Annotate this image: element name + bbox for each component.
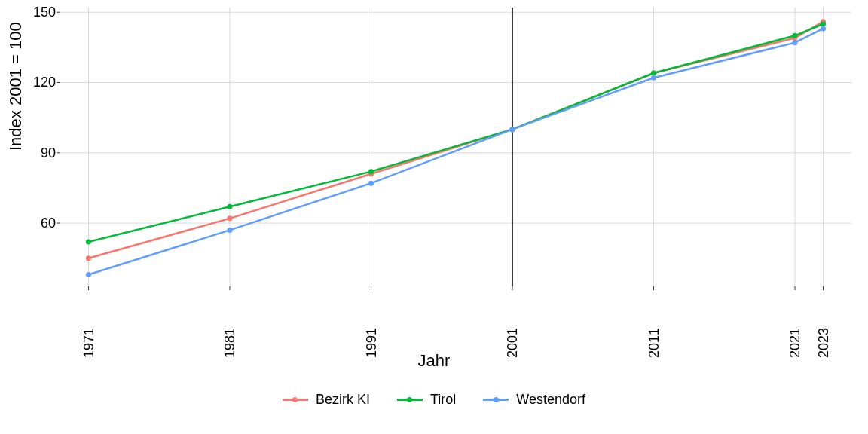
- series-point: [228, 215, 233, 221]
- series-point: [228, 228, 233, 233]
- series-point: [793, 33, 798, 38]
- series-point: [651, 75, 656, 81]
- series-point: [368, 169, 374, 174]
- x-axis-label: Jahr: [0, 351, 868, 371]
- series-point: [821, 26, 826, 31]
- legend-label: Bezirk KI: [316, 392, 370, 408]
- legend: Bezirk KITirolWestendorf: [0, 392, 868, 408]
- series-line: [89, 29, 824, 274]
- ytick-label: 90: [11, 145, 56, 160]
- series-point: [510, 127, 515, 132]
- series-point: [368, 181, 374, 186]
- legend-swatch-icon: [483, 395, 509, 405]
- series-point: [793, 40, 798, 45]
- series-point: [86, 255, 91, 261]
- series-point: [651, 71, 656, 76]
- legend-swatch-icon: [397, 395, 423, 405]
- plot-svg: [60, 8, 851, 286]
- series-point: [86, 239, 91, 244]
- legend-label: Tirol: [430, 392, 456, 408]
- chart-container: Index 2001 = 100 6090120150 197119811991…: [0, 0, 868, 434]
- ytick-label: 150: [11, 5, 56, 20]
- series-point: [86, 272, 91, 277]
- legend-swatch-icon: [283, 395, 308, 405]
- legend-item: Tirol: [397, 392, 456, 408]
- legend-item: Westendorf: [483, 392, 585, 408]
- ytick-label: 120: [11, 75, 56, 90]
- legend-item: Bezirk KI: [283, 392, 370, 408]
- series-point: [821, 21, 826, 26]
- series-point: [228, 204, 233, 209]
- plot-area: [60, 8, 852, 286]
- legend-label: Westendorf: [516, 392, 585, 408]
- ytick-label: 60: [11, 215, 56, 231]
- series-line: [89, 24, 824, 242]
